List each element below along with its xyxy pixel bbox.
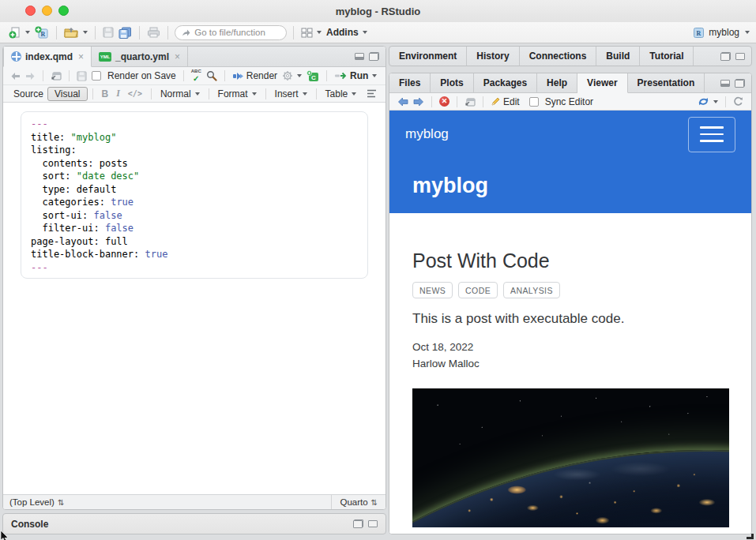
format-menu[interactable]: Format [214, 88, 261, 100]
italic-button[interactable]: I [112, 87, 124, 100]
code-line[interactable]: --- [31, 261, 358, 275]
project-selector[interactable]: R myblog [693, 27, 750, 39]
code-line[interactable]: --- [31, 118, 358, 131]
post-title[interactable]: Post With Code [412, 249, 751, 272]
tab-help[interactable]: Help [537, 73, 577, 92]
category-badge-analysis[interactable]: ANALYSIS [503, 282, 560, 298]
forward-button[interactable] [23, 70, 38, 82]
editor-tab-index.qmd[interactable]: index.qmd× [3, 47, 92, 67]
tab-build[interactable]: Build [596, 47, 640, 66]
render-options-button[interactable] [280, 69, 304, 83]
run-button[interactable]: Run [332, 69, 379, 83]
viewer-edit-button[interactable]: Edit [488, 95, 522, 109]
traffic-lights [25, 6, 69, 16]
toolbar-separator [95, 26, 96, 39]
editor-content[interactable]: ---title: "myblog"listing: contents: pos… [3, 103, 386, 494]
tab-packages[interactable]: Packages [474, 73, 537, 92]
code-line[interactable]: sort: "date desc" [31, 170, 358, 183]
maximize-pane-icon[interactable] [368, 520, 378, 527]
sync-arrows-icon [698, 96, 709, 107]
tab-tutorial[interactable]: Tutorial [640, 47, 694, 66]
tab-history[interactable]: History [467, 47, 519, 66]
code-line[interactable]: page-layout: full [31, 235, 358, 249]
code-line[interactable]: sort-ui: false [31, 209, 358, 223]
popout-window-icon [51, 71, 62, 81]
save-button[interactable] [100, 25, 116, 39]
sync-editor-checkbox[interactable]: Sync Editor [527, 95, 596, 109]
tab-environment[interactable]: Environment [389, 47, 467, 66]
print-button[interactable] [145, 25, 163, 39]
goto-file-input[interactable] [194, 28, 280, 37]
insert-menu[interactable]: Insert [271, 88, 311, 100]
file-type-selector[interactable]: Quarto ⇅ [331, 495, 386, 509]
maximize-pane-icon[interactable] [735, 79, 745, 88]
new-file-button[interactable] [6, 24, 32, 40]
viewer-refresh-button[interactable] [731, 95, 746, 108]
visual-mode-button[interactable]: Visual [47, 87, 87, 101]
save-all-icon [118, 27, 132, 39]
source-mode-button[interactable]: Source [9, 88, 47, 100]
toolbar-separator [326, 70, 327, 81]
open-file-button[interactable] [62, 25, 90, 39]
tab-viewer[interactable]: Viewer [577, 73, 627, 93]
viewer-content[interactable]: myblog myblog Post With Code NEWSCODEANA… [389, 111, 751, 534]
viewer-popout-button[interactable] [462, 96, 478, 108]
find-replace-button[interactable] [204, 69, 220, 83]
table-menu[interactable]: Table [322, 88, 361, 100]
viewer-back-button[interactable] [395, 96, 411, 108]
save-file-button[interactable] [74, 69, 89, 83]
save-all-button[interactable] [116, 25, 134, 40]
post-thumbnail-image[interactable] [412, 388, 729, 527]
restore-pane-icon[interactable] [720, 52, 731, 61]
toolbar-separator [431, 96, 432, 107]
render-button[interactable]: Render [230, 69, 280, 83]
code-line[interactable]: title: "myblog" [31, 131, 358, 144]
yaml-metadata-block[interactable]: ---title: "myblog"listing: contents: pos… [21, 111, 368, 279]
close-tab-icon[interactable]: × [78, 51, 84, 62]
code-line[interactable]: title-block-banner: true [31, 248, 358, 261]
close-window-button[interactable] [25, 6, 36, 16]
render-on-save-checkbox[interactable]: Render on Save [89, 69, 179, 83]
tab-plots[interactable]: Plots [431, 73, 473, 92]
tab-files[interactable]: Files [389, 73, 431, 92]
code-line[interactable]: filter-ui: false [31, 222, 358, 235]
save-icon [103, 27, 114, 38]
viewer-stop-button[interactable]: ✕ [437, 95, 452, 108]
back-button[interactable] [8, 70, 23, 82]
new-project-button[interactable]: R [32, 24, 51, 41]
paragraph-style-dropdown[interactable]: Normal [156, 88, 204, 100]
navbar-toggler-button[interactable] [688, 117, 735, 152]
spellcheck-button[interactable]: ABC ✓ [189, 67, 204, 84]
addins-button[interactable]: Addins [324, 25, 370, 39]
tab-presentation[interactable]: Presentation [628, 73, 705, 92]
category-badge-news[interactable]: NEWS [412, 282, 453, 298]
viewer-sync-button[interactable] [695, 95, 720, 108]
minimize-window-button[interactable] [42, 6, 52, 16]
editor-tab-_quarto.yml[interactable]: YML_quarto.yml× [92, 47, 188, 66]
bold-button[interactable]: B [98, 88, 113, 100]
pane-layout-button[interactable] [299, 26, 324, 39]
code-line[interactable]: contents: posts [31, 157, 358, 171]
code-format-button[interactable]: </> [124, 88, 146, 99]
scope-selector[interactable]: (Top Level) ⇅ [3, 497, 331, 507]
category-badge-code[interactable]: CODE [458, 282, 498, 298]
maximize-pane-icon[interactable] [369, 52, 379, 61]
window-resize-grip[interactable] [747, 534, 754, 539]
tab-connections[interactable]: Connections [520, 47, 597, 66]
minimize-pane-icon[interactable] [720, 80, 730, 87]
source-mode-label: Source [13, 88, 43, 99]
popout-button[interactable] [48, 69, 64, 82]
minimize-pane-icon[interactable] [355, 53, 364, 60]
viewer-forward-button[interactable] [411, 96, 427, 108]
close-tab-icon[interactable]: × [175, 51, 180, 62]
outline-toggle-button[interactable] [364, 88, 379, 99]
goto-file-search[interactable] [175, 25, 287, 40]
insert-chunk-button[interactable]: C [304, 69, 322, 84]
code-line[interactable]: categories: true [31, 196, 358, 209]
blog-navbar-title[interactable]: myblog [405, 126, 449, 142]
restore-pane-icon[interactable] [353, 519, 363, 528]
zoom-window-button[interactable] [58, 6, 69, 16]
code-line[interactable]: listing: [31, 144, 358, 157]
maximize-pane-icon[interactable] [735, 53, 745, 60]
code-line[interactable]: type: default [31, 183, 358, 197]
